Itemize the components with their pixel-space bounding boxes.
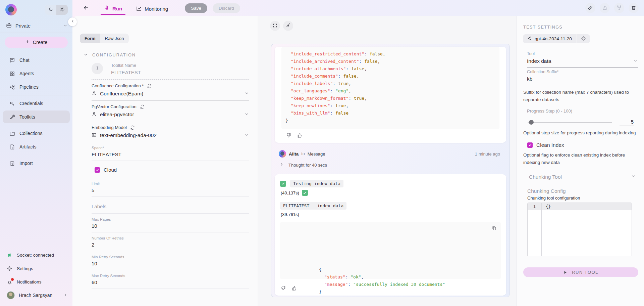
- chunking-config-editor[interactable]: 1 {}: [527, 203, 632, 256]
- sidebar-item-import[interactable]: Import: [3, 157, 70, 170]
- refresh-icon[interactable]: [140, 104, 145, 109]
- chevron-down-icon: [244, 132, 249, 138]
- confluence-config-value: Confluence(Epam): [100, 91, 143, 97]
- tab-run-label: Run: [112, 6, 122, 11]
- chunking-tool-select[interactable]: Chunking Tool: [529, 174, 638, 180]
- min-retry-seconds-field[interactable]: Min Retry Seconds 10: [92, 251, 249, 270]
- editor-active-line[interactable]: 1 {}: [528, 203, 632, 210]
- cloud-checkbox-row[interactable]: Cloud: [95, 167, 249, 173]
- collection-suffix-field[interactable]: Collection Suffix* kb: [527, 68, 638, 85]
- form-view-tab[interactable]: Form: [80, 34, 100, 43]
- model-settings-button[interactable]: [577, 34, 590, 43]
- refresh-icon[interactable]: [147, 84, 152, 88]
- fork-button[interactable]: [614, 3, 624, 13]
- confluence-config-label: Confluence Configuration *: [92, 83, 144, 88]
- run-tool-button[interactable]: RUN TOOL: [523, 267, 638, 277]
- pgvector-config-field: PgVector Configuration elitea-pgvector: [92, 100, 249, 121]
- message-header: Alita to Message 1 minute ago: [275, 143, 506, 158]
- copy-button[interactable]: [492, 226, 497, 231]
- cloud-checkbox[interactable]: [95, 167, 100, 173]
- sidebar-item-artifacts[interactable]: Artifacts: [3, 140, 70, 153]
- limit-field[interactable]: Limit 5: [92, 178, 249, 197]
- chat-icon: [9, 57, 15, 63]
- sidebar-item-agents[interactable]: Agents: [3, 67, 70, 80]
- export-button[interactable]: [600, 3, 610, 13]
- dark-mode-button[interactable]: [45, 5, 56, 15]
- sidebar-item-credentials[interactable]: Credentials: [3, 97, 70, 110]
- step-chip: Testing index_data: [290, 180, 343, 187]
- progress-step-value[interactable]: 5: [620, 119, 634, 126]
- limit-label: Limit: [92, 182, 249, 186]
- model-selector[interactable]: gpt-4o-2024-11-20: [523, 34, 577, 43]
- back-button[interactable]: [81, 3, 91, 13]
- run-tool-label: RUN TOOL: [572, 270, 598, 275]
- workspace-selector[interactable]: Private: [0, 19, 72, 33]
- discard-button[interactable]: Discard: [213, 3, 240, 13]
- embedding-model-label: Embedding Model: [92, 125, 127, 130]
- pgvector-config-select[interactable]: elitea-pgvector: [92, 112, 249, 118]
- configuration-accordion[interactable]: CONFIGURATION: [83, 52, 258, 58]
- slider-track: [528, 122, 612, 123]
- number-of-retries-field[interactable]: Number Of Retries 2: [92, 232, 249, 251]
- progress-step-slider[interactable]: [528, 120, 612, 125]
- message-card: "include_restricted_content": false,"inc…: [275, 47, 506, 143]
- sidebar-item-toolkits[interactable]: Toolkits: [3, 111, 70, 123]
- thought-toggle[interactable]: Thought for 40 secs: [275, 158, 506, 172]
- link-icon: [588, 5, 593, 11]
- tool-select-field[interactable]: Tool Index data: [527, 49, 638, 68]
- tab-monitoring[interactable]: Monitoring: [133, 4, 171, 15]
- sidebar-item-notifications[interactable]: Notifications: [0, 275, 72, 289]
- message-link[interactable]: Message: [308, 151, 325, 157]
- copy-link-button[interactable]: [585, 3, 595, 13]
- embedding-model-select[interactable]: text-embedding-ada-002: [92, 132, 249, 138]
- space-field[interactable]: Space* ELITEATEST: [92, 142, 249, 161]
- form-view-label: Form: [85, 36, 96, 41]
- max-retry-seconds-field[interactable]: Max Retry Seconds 60: [92, 270, 249, 289]
- number-of-retries-label: Number Of Retries: [92, 236, 249, 240]
- fullscreen-button[interactable]: [270, 21, 280, 31]
- max-pages-field[interactable]: Max Pages 10: [92, 214, 249, 232]
- sender-name: Alita: [289, 151, 299, 157]
- view-toggle[interactable]: Form Raw Json: [80, 34, 129, 43]
- tab-run[interactable]: Run: [101, 3, 125, 15]
- clean-index-checkbox-row[interactable]: Clean Index: [527, 142, 638, 148]
- editor-content[interactable]: {}: [542, 203, 551, 210]
- thumbs-up-button[interactable]: [297, 133, 302, 138]
- chevron-down-icon: [83, 52, 88, 58]
- raw-json-view-tab[interactable]: Raw Json: [100, 34, 129, 43]
- save-button[interactable]: Save: [185, 3, 207, 13]
- sidebar-item-chat[interactable]: Chat: [3, 54, 70, 67]
- sidebar-item-collections[interactable]: Collections: [3, 127, 70, 140]
- thumbs-down-button[interactable]: [286, 133, 291, 138]
- slider-thumb[interactable]: [529, 120, 534, 125]
- collection-suffix-value: kb: [527, 76, 638, 82]
- theme-toggle[interactable]: [45, 5, 68, 15]
- app-logo: [5, 4, 17, 15]
- collection-suffix-help: Suffix for collection name (max 7 charac…: [523, 89, 638, 104]
- refresh-icon[interactable]: [130, 125, 135, 130]
- min-retry-seconds-value: 10: [92, 261, 249, 266]
- collection-suffix-label: Collection Suffix*: [527, 70, 638, 74]
- thought-label: Thought for 40 secs: [288, 163, 327, 168]
- user-menu[interactable]: Hrach Sargsyan: [0, 289, 72, 302]
- max-retry-seconds-value: 60: [92, 279, 249, 285]
- sidebar-collapse-button[interactable]: [68, 17, 77, 26]
- create-button[interactable]: Create: [5, 37, 68, 48]
- sidebar-item-pipelines[interactable]: Pipelines: [3, 81, 70, 93]
- sidebar-item-settings[interactable]: Settings: [0, 262, 72, 275]
- labels-field[interactable]: Labels: [92, 197, 249, 214]
- sun-icon: [59, 7, 65, 13]
- clean-index-checkbox[interactable]: [527, 142, 533, 148]
- max-retry-seconds-label: Max Retry Seconds: [92, 274, 249, 278]
- wrench-icon: [9, 114, 15, 120]
- conversation-panel: "include_restricted_content": false,"inc…: [271, 44, 510, 297]
- plus-icon: [25, 39, 30, 45]
- delete-button[interactable]: [629, 3, 639, 13]
- light-mode-button[interactable]: [56, 5, 68, 15]
- folder-icon: [9, 131, 15, 136]
- max-pages-value: 10: [92, 223, 249, 229]
- confluence-config-select[interactable]: Confluence(Epam): [92, 91, 249, 97]
- share-nodes-icon: [527, 36, 532, 42]
- clear-chat-button[interactable]: [283, 21, 293, 31]
- pgvector-config-value: elitea-pgvector: [100, 112, 134, 118]
